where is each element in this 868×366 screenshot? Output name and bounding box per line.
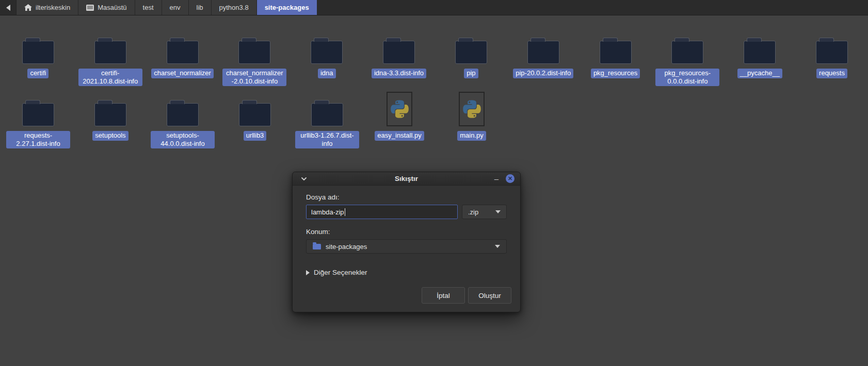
folder-icon [600,41,632,64]
breadcrumb-item-test[interactable]: test [135,0,162,15]
folder-icon [167,41,199,64]
file-name-label: idna-3.3.dist-info [372,69,426,78]
file-iconbox [527,29,559,64]
file-iconbox [94,91,126,126]
file-row: certificertifi-2021.10.8.dist-infocharse… [2,29,868,86]
file-item-charset_normalizer-2.0.10.dist-info[interactable]: charset_normalizer-2.0.10.dist-info [218,29,291,86]
location-label: Konum: [306,228,507,236]
close-button[interactable]: ✕ [506,174,515,183]
path-bar: ilteriskeskinMasaüstütestenvlibpython3.8… [0,0,868,15]
cancel-button[interactable]: İptal [422,287,465,304]
file-item-charset_normalizer[interactable]: charset_normalizer [147,29,219,86]
file-name-label: charset_normalizer-2.0.10.dist-info [222,69,286,86]
file-item-pkg_resources[interactable]: pkg_resources [580,29,652,86]
file-name-label: __pycache__ [737,69,782,78]
filename-label: Dosya adı: [306,193,507,201]
file-name-label: pkg_resources-0.0.0.dist-info [655,69,719,86]
dropdown-arrow-icon [495,245,500,248]
location-dropdown[interactable]: site-packages [306,239,507,254]
file-iconbox [744,29,776,64]
desktop-icon [86,5,94,11]
file-iconbox [167,91,199,126]
file-iconbox [311,91,343,126]
minimize-button[interactable]: – [494,176,499,181]
file-item-main.py[interactable]: main.py [436,91,508,148]
folder-icon [311,41,343,64]
other-options-label: Diğer Seçenekler [314,269,367,276]
file-name-label: pkg_resources [591,69,640,78]
breadcrumb: ilteriskeskinMasaüstütestenvlibpython3.8… [17,0,317,15]
file-item-certifi-2021.10.8.dist-info[interactable]: certifi-2021.10.8.dist-info [74,29,147,86]
file-name-label: urllib3 [244,131,267,141]
file-item-certifi[interactable]: certifi [2,29,74,86]
file-item-idna[interactable]: idna [291,29,363,86]
file-name-label: setuptools-44.0.0.dist-info [151,131,215,148]
file-item-pip[interactable]: pip [435,29,507,86]
dropdown-arrow-icon [495,210,501,213]
file-grid: certificertifi-2021.10.8.dist-infocharse… [0,15,868,148]
other-options-expander[interactable]: Diğer Seçenekler [306,269,507,276]
dialog-titlebar[interactable]: Sıkıştır – ✕ [293,172,520,186]
file-item-setuptools-44.0.0.dist-info[interactable]: setuptools-44.0.0.dist-info [147,91,219,148]
breadcrumb-label: test [143,4,154,11]
breadcrumb-item-Masaüstü[interactable]: Masaüstü [78,0,135,15]
breadcrumb-item-env[interactable]: env [162,0,189,15]
breadcrumb-item-python3.8[interactable]: python3.8 [212,0,257,15]
file-item-requests-2.27.1.dist-info[interactable]: requests-2.27.1.dist-info [2,91,74,148]
file-item-idna-3.3.dist-info[interactable]: idna-3.3.dist-info [363,29,435,86]
file-item-pkg_resources-0.0.0.dist-info[interactable]: pkg_resources-0.0.0.dist-info [651,29,724,86]
folder-icon [671,41,703,64]
home-icon [24,4,32,11]
file-item-__pycache__[interactable]: __pycache__ [724,29,796,86]
back-button[interactable] [0,0,17,15]
folder-icon [383,41,415,64]
file-item-urllib3[interactable]: urllib3 [219,91,291,148]
extension-dropdown[interactable]: .zip [462,205,507,219]
breadcrumb-label: site-packages [265,4,309,11]
file-item-urllib3-1.26.7.dist-info[interactable]: urllib3-1.26.7.dist-info [291,91,363,148]
breadcrumb-item-site-packages[interactable]: site-packages [257,0,317,15]
text-caret [345,208,345,216]
file-name-label: urllib3-1.26.7.dist-info [295,131,359,148]
dialog-body: Dosya adı: lambda-zip .zip Konum: site-p… [293,186,520,312]
folder-icon [94,41,126,64]
file-name-label: easy_install.py [375,131,424,141]
file-name-label: pip-20.0.2.dist-info [513,69,573,78]
file-name-label: certifi-2021.10.8.dist-info [78,69,142,86]
file-iconbox [816,29,848,64]
breadcrumb-label: lib [197,4,203,11]
folder-icon [167,103,199,126]
filename-value: lambda-zip [311,208,344,216]
file-row: requests-2.27.1.dist-infosetuptoolssetup… [2,91,868,148]
chevron-down-icon [301,177,307,181]
file-item-pip-20.0.2.dist-info[interactable]: pip-20.0.2.dist-info [507,29,580,86]
folder-icon [744,41,776,64]
file-iconbox [459,91,485,126]
file-name-label: certifi [27,69,49,78]
location-value: site-packages [326,243,367,251]
file-iconbox [600,29,632,64]
breadcrumb-label: env [170,4,181,11]
create-button[interactable]: Oluştur [468,287,511,304]
file-iconbox [94,29,126,64]
file-item-setuptools[interactable]: setuptools [74,91,147,148]
breadcrumb-label: python3.8 [219,4,249,11]
python-file-icon [459,92,485,126]
folder-icon [239,103,271,126]
file-iconbox [311,29,343,64]
file-item-requests[interactable]: requests [796,29,868,86]
breadcrumb-item-ilteriskeskin[interactable]: ilteriskeskin [17,0,78,15]
folder-icon [311,103,343,126]
file-iconbox [671,29,703,64]
file-item-easy_install.py[interactable]: easy_install.py [363,91,436,148]
folder-icon [313,244,321,249]
compress-dialog: Sıkıştır – ✕ Dosya adı: lambda-zip .zip … [292,172,521,312]
folder-icon [22,103,54,126]
file-iconbox [167,29,199,64]
file-iconbox [238,29,270,64]
filename-input[interactable]: lambda-zip [306,205,458,219]
folder-icon [527,41,559,64]
file-iconbox [383,29,415,64]
breadcrumb-item-lib[interactable]: lib [189,0,212,15]
python-logo-icon [462,99,481,119]
